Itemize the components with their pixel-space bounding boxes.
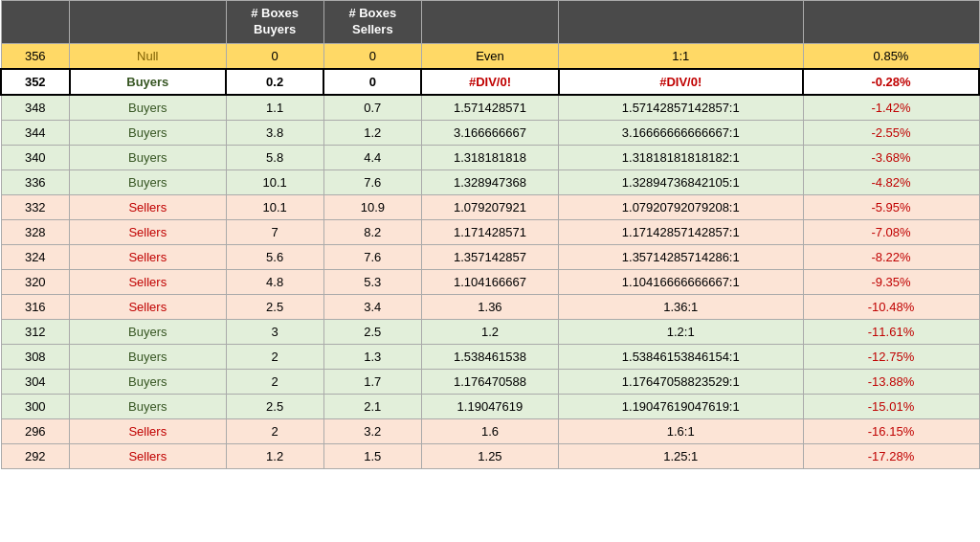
cell-boxes-sellers: 2.1: [323, 394, 421, 418]
cell-price: 336: [1, 169, 70, 194]
cell-ratio: 1.571428571: [421, 95, 558, 121]
cell-ratio: 1.357142857: [421, 244, 558, 269]
table-row: 292Sellers1.21.51.251.25:1-17.28%: [1, 443, 979, 468]
table-row: 304Buyers21.71.1764705881.17647058823529…: [1, 369, 979, 394]
cell-ratio: 3.166666667: [421, 120, 558, 145]
table-row: 320Sellers4.85.31.1041666671.10416666666…: [1, 269, 979, 294]
table-body: 356Null00Even1:10.85%352Buyers0.20#DIV/0…: [1, 43, 979, 468]
main-table-wrapper: # BoxesBuyers # BoxesSellers 356Null00Ev…: [0, 0, 980, 469]
cell-boxes-buyers: 3.8: [226, 120, 323, 145]
cell-buyers-sellers: Buyers: [70, 369, 227, 394]
cell-ratio-refined: 3.16666666666667:1: [559, 120, 804, 145]
cell-boxes-buyers: 5.6: [226, 244, 323, 269]
cell-ratio: 1.104166667: [421, 269, 558, 294]
table-row: 324Sellers5.67.61.3571428571.35714285714…: [1, 244, 979, 269]
table-row: 332Sellers10.110.91.0792079211.079207920…: [1, 194, 979, 219]
cell-ratio-refined: 1.2:1: [559, 319, 804, 344]
cell-ratio: Even: [421, 43, 558, 69]
cell-price: 348: [1, 95, 70, 121]
cell-boxes-buyers: 2.5: [226, 294, 323, 319]
cell-boxes-buyers: 0: [226, 43, 323, 69]
header-row: # BoxesBuyers # BoxesSellers: [1, 1, 979, 44]
cell-from-price: -17.28%: [803, 443, 979, 468]
cell-boxes-sellers: 10.9: [323, 194, 421, 219]
cell-boxes-sellers: 1.7: [323, 369, 421, 394]
cell-buyers-sellers: Buyers: [70, 145, 227, 169]
cell-ratio-refined: 1.32894736842105:1: [559, 169, 804, 194]
cell-boxes-buyers: 2: [226, 344, 323, 369]
cell-buyers-sellers: Null: [70, 43, 227, 69]
table-row: 344Buyers3.81.23.1666666673.166666666666…: [1, 120, 979, 145]
cell-boxes-buyers: 10.1: [226, 169, 323, 194]
cell-from-price: -8.22%: [803, 244, 979, 269]
cell-ratio: 1.6: [421, 418, 558, 443]
cell-ratio-refined: #DIV/0!: [559, 69, 804, 95]
cell-boxes-buyers: 2: [226, 418, 323, 443]
cell-price: 304: [1, 369, 70, 394]
header-price: [1, 1, 70, 44]
cell-ratio: 1.318181818: [421, 145, 558, 169]
cell-price: 316: [1, 294, 70, 319]
cell-boxes-sellers: 3.4: [323, 294, 421, 319]
cell-buyers-sellers: Buyers: [70, 319, 227, 344]
table-row: 328Sellers78.21.1714285711.1714285714285…: [1, 219, 979, 244]
header-from-price: [803, 1, 979, 44]
table-row: 356Null00Even1:10.85%: [1, 43, 979, 69]
cell-from-price: -12.75%: [803, 344, 979, 369]
cell-ratio-refined: 1.31818181818182:1: [559, 145, 804, 169]
cell-ratio: 1.176470588: [421, 369, 558, 394]
cell-ratio: #DIV/0!: [421, 69, 558, 95]
header-boxes-sellers: # BoxesSellers: [323, 1, 421, 44]
header-ratio: [421, 1, 558, 44]
cell-from-price: -10.48%: [803, 294, 979, 319]
cell-boxes-sellers: 2.5: [323, 319, 421, 344]
cell-boxes-sellers: 1.2: [323, 120, 421, 145]
cell-ratio: 1.328947368: [421, 169, 558, 194]
table-row: 312Buyers32.51.21.2:1-11.61%: [1, 319, 979, 344]
cell-ratio-refined: 1.17647058823529:1: [559, 369, 804, 394]
cell-price: 324: [1, 244, 70, 269]
cell-boxes-sellers: 3.2: [323, 418, 421, 443]
cell-price: 356: [1, 43, 70, 69]
cell-boxes-buyers: 2.5: [226, 394, 323, 418]
cell-boxes-sellers: 1.5: [323, 443, 421, 468]
cell-boxes-sellers: 1.3: [323, 344, 421, 369]
table-row: 308Buyers21.31.5384615381.53846153846154…: [1, 344, 979, 369]
cell-boxes-buyers: 10.1: [226, 194, 323, 219]
cell-ratio-refined: 1.6:1: [559, 418, 804, 443]
table-row: 336Buyers10.17.61.3289473681.32894736842…: [1, 169, 979, 194]
cell-ratio: 1.171428571: [421, 219, 558, 244]
cell-from-price: -11.61%: [803, 319, 979, 344]
cell-from-price: -5.95%: [803, 194, 979, 219]
cell-price: 344: [1, 120, 70, 145]
cell-boxes-sellers: 0: [323, 43, 421, 69]
header-boxes-buyers: # BoxesBuyers: [226, 1, 323, 44]
cell-boxes-buyers: 4.8: [226, 269, 323, 294]
cell-ratio-refined: 1.53846153846154:1: [559, 344, 804, 369]
cell-from-price: 0.85%: [803, 43, 979, 69]
cell-ratio: 1.19047619: [421, 394, 558, 418]
cell-price: 296: [1, 418, 70, 443]
header-buyers-sellers: [70, 1, 227, 44]
cell-boxes-buyers: 0.2: [226, 69, 323, 95]
cell-ratio: 1.25: [421, 443, 558, 468]
cell-price: 300: [1, 394, 70, 418]
cell-ratio-refined: 1.17142857142857:1: [559, 219, 804, 244]
cell-ratio-refined: 1.35714285714286:1: [559, 244, 804, 269]
cell-from-price: -15.01%: [803, 394, 979, 418]
cell-buyers-sellers: Sellers: [70, 418, 227, 443]
cell-ratio-refined: 1.19047619047619:1: [559, 394, 804, 418]
cell-price: 292: [1, 443, 70, 468]
cell-from-price: -13.88%: [803, 369, 979, 394]
cell-price: 340: [1, 145, 70, 169]
cell-boxes-sellers: 5.3: [323, 269, 421, 294]
cell-buyers-sellers: Sellers: [70, 443, 227, 468]
cell-boxes-sellers: 8.2: [323, 219, 421, 244]
cell-boxes-buyers: 1.2: [226, 443, 323, 468]
cell-ratio-refined: 1.36:1: [559, 294, 804, 319]
cell-boxes-buyers: 7: [226, 219, 323, 244]
cell-ratio-refined: 1.07920792079208:1: [559, 194, 804, 219]
cell-buyers-sellers: Buyers: [70, 95, 227, 121]
cell-from-price: -3.68%: [803, 145, 979, 169]
cell-price: 308: [1, 344, 70, 369]
